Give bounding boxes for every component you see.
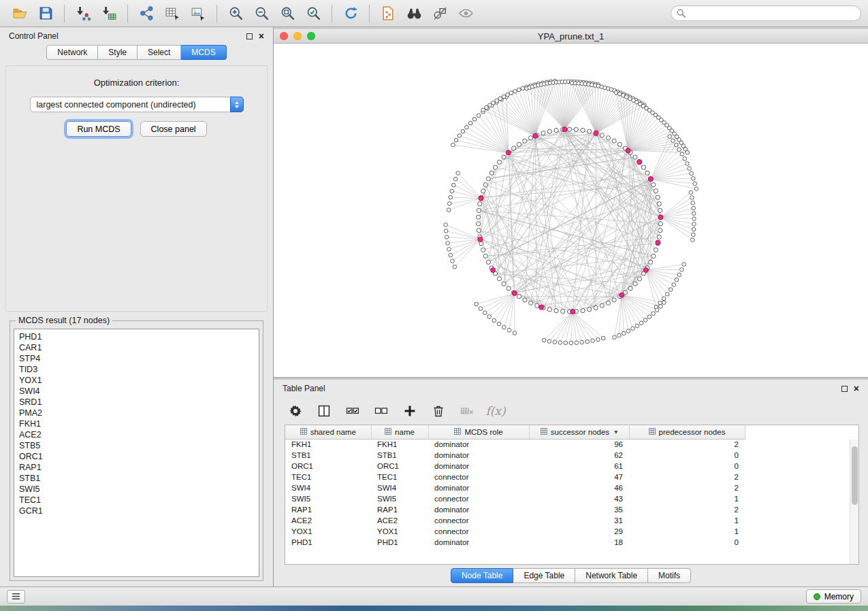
search-input[interactable] [689,9,855,18]
table-cell[interactable]: dominator [428,461,529,472]
column-header-successor-nodes[interactable]: successor nodes▾ [529,425,629,439]
table-cell[interactable]: FKH1 [371,439,428,450]
import-table-button[interactable] [96,3,122,24]
result-node-item[interactable]: PMA2 [19,408,254,418]
select-all-rows-button[interactable] [342,401,364,421]
delete-row-button[interactable] [428,401,449,421]
table-row[interactable]: PHD1PHD1dominator180 [285,537,757,548]
refresh-layout-button[interactable] [338,3,364,24]
toggle-columns-button[interactable] [313,401,335,421]
table-row[interactable]: STB1STB1dominator620 [285,450,757,461]
table-cell[interactable]: PHD1 [285,537,371,548]
table-cell[interactable]: SWI5 [285,493,371,504]
result-node-item[interactable]: TEC1 [19,495,254,506]
result-node-item[interactable]: SWI4 [19,386,254,397]
table-cell[interactable]: connector [428,515,529,526]
result-node-item[interactable]: YOX1 [19,375,254,386]
table-cell[interactable]: dominator [428,439,529,450]
table-cell[interactable]: TEC1 [285,472,371,482]
result-node-item[interactable]: STP4 [19,353,254,364]
result-node-item[interactable]: STB1 [19,473,254,484]
table-cell[interactable]: 47 [529,472,629,482]
tab-motifs[interactable]: Motifs [648,568,691,583]
result-node-item[interactable]: ORC1 [19,451,254,462]
table-scrollbar-thumb[interactable] [852,446,858,505]
table-cell[interactable]: 1 [629,526,745,537]
table-cell[interactable]: 0 [629,537,745,548]
column-header-MCDS-role[interactable]: MCDS role [428,425,529,439]
memory-button[interactable]: Memory [806,589,861,604]
table-cell[interactable]: 0 [629,461,745,472]
result-node-item[interactable]: ACE2 [19,429,254,440]
result-node-item[interactable]: PHD1 [19,331,254,342]
tab-network[interactable]: Network [46,45,98,60]
table-cell[interactable]: ACE2 [371,515,428,526]
column-header-shared-name[interactable]: shared name [285,425,371,439]
table-cell[interactable]: STB1 [371,450,428,461]
table-cell[interactable]: dominator [428,450,529,461]
table-cell[interactable]: 1 [629,515,745,526]
table-row[interactable]: SWI5SWI5connector431 [285,493,757,504]
table-cell[interactable]: 2 [629,504,745,515]
result-node-item[interactable]: FKH1 [19,418,254,429]
table-cell[interactable]: 1 [629,493,745,504]
table-cell[interactable]: 18 [529,537,629,548]
table-cell[interactable]: SWI4 [285,482,371,493]
table-cell[interactable]: PHD1 [371,537,428,548]
zoom-selected-button[interactable] [300,3,326,24]
optimization-criterion-select[interactable]: largest connected component (undirected) [30,97,244,112]
tab-node-table[interactable]: Node Table [451,568,514,583]
table-cell[interactable]: dominator [428,537,529,548]
table-cell[interactable]: 2 [629,482,745,493]
tab-edge-table[interactable]: Edge Table [513,568,575,583]
table-cell[interactable]: SWI5 [371,493,428,504]
annotations-button[interactable] [427,3,453,24]
tab-select[interactable]: Select [138,45,181,60]
maximize-window-icon[interactable] [307,32,315,40]
column-header-predecessor-nodes[interactable]: predecessor nodes [629,425,745,439]
table-cell[interactable]: 29 [529,526,629,537]
table-cell[interactable]: SWI4 [371,482,428,493]
close-table-panel-icon[interactable]: × [854,385,859,392]
result-node-item[interactable]: TID3 [19,364,254,375]
result-node-item[interactable]: SRD1 [19,397,254,408]
result-node-item[interactable]: GCR1 [19,506,254,516]
table-cell[interactable]: connector [428,493,529,504]
open-session-button[interactable] [7,3,33,24]
table-row[interactable]: ORC1ORC1dominator610 [285,461,757,472]
network-window-titlebar[interactable]: YPA_prune.txt_1 [274,29,868,44]
table-cell[interactable]: dominator [428,504,529,515]
table-cell[interactable]: ACE2 [285,515,371,526]
table-cell[interactable]: 62 [529,450,629,461]
table-cell[interactable]: YOX1 [371,526,428,537]
zoom-fit-button[interactable] [274,3,300,24]
table-cell[interactable]: ORC1 [371,461,428,472]
table-row[interactable]: FKH1FKH1dominator962 [285,439,757,450]
column-header-name[interactable]: name [371,425,428,439]
zoom-in-button[interactable] [223,3,248,24]
table-cell[interactable]: RAP1 [371,504,428,515]
tab-mcds[interactable]: MCDS [181,45,226,60]
table-cell[interactable]: 2 [629,439,745,450]
table-cell[interactable]: 31 [529,515,629,526]
result-node-item[interactable]: CAR1 [19,342,254,353]
float-table-panel-icon[interactable] [841,386,848,392]
export-document-button[interactable] [375,3,401,24]
table-scrollbar[interactable] [850,440,858,564]
close-panel-button[interactable]: Close panel [140,121,207,137]
search-binoculars-button[interactable] [401,3,427,24]
tab-style[interactable]: Style [98,45,138,60]
import-network-button[interactable] [70,3,96,24]
table-cell[interactable]: 46 [529,482,629,493]
table-cell[interactable]: connector [428,526,529,537]
table-cell[interactable]: 43 [529,493,629,504]
task-history-button[interactable] [7,590,25,604]
column-settings-button[interactable] [285,401,306,421]
add-row-button[interactable] [399,401,421,421]
table-cell[interactable]: 35 [529,504,629,515]
show-graphics-button[interactable] [453,3,479,24]
table-cell[interactable]: 0 [629,450,745,461]
result-node-item[interactable]: RAP1 [19,462,254,473]
result-node-item[interactable]: SWI5 [19,484,254,495]
deselect-all-rows-button[interactable] [370,401,392,421]
